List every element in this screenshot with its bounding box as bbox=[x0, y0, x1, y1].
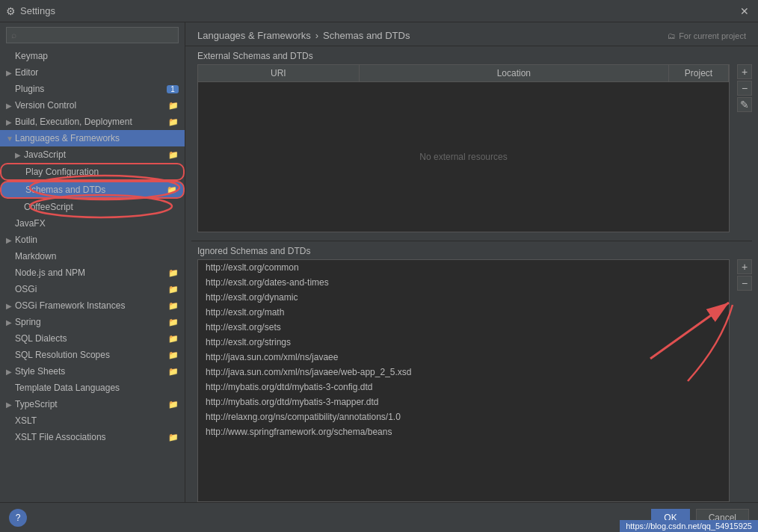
col-project: Project bbox=[669, 65, 729, 81]
lf-arrow: ▼ bbox=[6, 134, 15, 143]
ignored-list[interactable]: http://exslt.org/common http://exslt.org… bbox=[197, 259, 730, 502]
editor-arrow: ▶ bbox=[6, 69, 15, 77]
sidebar-item-keymap[interactable]: Keymap bbox=[0, 48, 185, 64]
ignored-item-11[interactable]: http://www.springframework.org/schema/be… bbox=[198, 424, 729, 439]
project-icon: 🗂 bbox=[668, 31, 676, 40]
sidebar-item-osgi[interactable]: OSGi 📁 bbox=[0, 281, 185, 297]
sidebar-item-label: Style Sheets bbox=[15, 366, 165, 377]
col-uri: URI bbox=[198, 65, 360, 81]
close-button[interactable]: ✕ bbox=[737, 4, 752, 19]
col-location: Location bbox=[360, 65, 669, 81]
folder-icon: 📁 bbox=[168, 101, 179, 111]
osgi-arrow: ▶ bbox=[6, 302, 15, 310]
sidebar-item-label: SQL Resolution Scopes bbox=[15, 350, 165, 360]
bottom-bar: ? OK Cancel https://blog.csdn.net/qq_549… bbox=[0, 502, 758, 532]
folder-icon: 📁 bbox=[168, 117, 179, 127]
external-schemas-label: External Schemas and DTDs bbox=[185, 46, 758, 64]
sidebar-item-editor[interactable]: ▶ Editor bbox=[0, 64, 185, 81]
search-input[interactable] bbox=[6, 27, 179, 43]
sidebar-item-plugins[interactable]: Plugins 1 bbox=[0, 81, 185, 97]
folder-icon: 📁 bbox=[168, 301, 179, 311]
status-url: https://blog.csdn.net/qq_54915925 bbox=[620, 520, 758, 532]
add-ignored-button[interactable]: + bbox=[737, 259, 752, 274]
ignored-item-2[interactable]: http://exslt.org/dynamic bbox=[198, 290, 729, 305]
sidebar-item-kotlin[interactable]: ▶ Kotlin bbox=[0, 232, 185, 248]
sidebar-item-label: OSGi bbox=[15, 284, 165, 294]
ignored-schemas-label: Ignored Schemas and DTDs bbox=[185, 241, 758, 259]
ignored-toolbar: + − bbox=[736, 259, 752, 502]
sidebar-item-style-sheets[interactable]: ▶ Style Sheets 📁 bbox=[0, 363, 185, 380]
sidebar-item-label: Build, Execution, Deployment bbox=[15, 117, 165, 127]
edit-external-button[interactable]: ✎ bbox=[737, 97, 752, 112]
js-arrow: ▶ bbox=[15, 151, 24, 159]
sidebar-item-build-exec[interactable]: ▶ Build, Execution, Deployment 📁 bbox=[0, 114, 185, 130]
table-header: URI Location Project bbox=[198, 65, 729, 82]
sidebar-item-osgi-framework[interactable]: ▶ OSGi Framework Instances 📁 bbox=[0, 297, 185, 314]
ignored-item-0[interactable]: http://exslt.org/common bbox=[198, 260, 729, 275]
sidebar-item-nodejs[interactable]: Node.js and NPM 📁 bbox=[0, 265, 185, 281]
sidebar-item-javafx[interactable]: JavaFX bbox=[0, 215, 185, 232]
sidebar-item-label: Version Control bbox=[15, 100, 165, 111]
folder-icon: 📁 bbox=[167, 185, 177, 195]
sidebar-item-languages-frameworks[interactable]: ▼ Languages & Frameworks bbox=[0, 130, 185, 146]
sidebar-item-coffeescript[interactable]: CoffeeScript bbox=[0, 199, 185, 215]
ignored-item-6[interactable]: http://java.sun.com/xml/ns/javaee bbox=[198, 350, 729, 365]
ignored-item-8[interactable]: http://mybatis.org/dtd/mybatis-3-config.… bbox=[198, 380, 729, 395]
ignored-item-10[interactable]: http://relaxng.org/ns/compatibility/anno… bbox=[198, 409, 729, 424]
sidebar-item-label: Markdown bbox=[15, 251, 179, 262]
sidebar-item-xslt-file-assoc[interactable]: XSLT File Associations 📁 bbox=[0, 429, 185, 445]
sidebar: Keymap ▶ Editor Plugins 1 ▶ Version Cont… bbox=[0, 22, 185, 502]
sidebar-item-label: XSLT bbox=[15, 415, 179, 426]
sidebar-item-template-data[interactable]: Template Data Languages bbox=[0, 380, 185, 396]
sidebar-item-label: JavaFX bbox=[15, 218, 179, 229]
help-button[interactable]: ? bbox=[9, 509, 27, 527]
search-box bbox=[0, 22, 185, 48]
ignored-item-4[interactable]: http://exslt.org/sets bbox=[198, 320, 729, 335]
folder-icon: 📁 bbox=[168, 334, 179, 344]
sidebar-item-play-configuration[interactable]: Play Configuration bbox=[0, 163, 185, 181]
ignored-item-1[interactable]: http://exslt.org/dates-and-times bbox=[198, 275, 729, 290]
sidebar-item-sql-resolution[interactable]: SQL Resolution Scopes 📁 bbox=[0, 347, 185, 363]
ignored-item-5[interactable]: http://exslt.org/strings bbox=[198, 335, 729, 350]
sidebar-item-label: Editor bbox=[15, 67, 179, 78]
sidebar-item-xslt[interactable]: XSLT bbox=[0, 412, 185, 429]
ignored-item-9[interactable]: http://mybatis.org/dtd/mybatis-3-mapper.… bbox=[198, 395, 729, 409]
window-title: Settings bbox=[20, 5, 733, 16]
external-schemas-table: URI Location Project No external resourc… bbox=[191, 64, 736, 232]
sidebar-item-label: Play Configuration bbox=[25, 167, 177, 177]
folder-icon: 📁 bbox=[168, 318, 179, 327]
settings-icon: ⚙ bbox=[6, 5, 16, 17]
folder-icon: 📁 bbox=[168, 150, 179, 160]
main-layout: Keymap ▶ Editor Plugins 1 ▶ Version Cont… bbox=[0, 22, 758, 502]
sidebar-item-label: CoffeeScript bbox=[24, 202, 179, 212]
sidebar-item-label: SQL Dialects bbox=[15, 333, 165, 344]
sidebar-item-sql-dialects[interactable]: SQL Dialects 📁 bbox=[0, 330, 185, 347]
remove-ignored-button[interactable]: − bbox=[737, 276, 752, 291]
folder-icon: 📁 bbox=[168, 400, 179, 409]
kotlin-arrow: ▶ bbox=[6, 236, 15, 244]
sidebar-item-spring[interactable]: ▶ Spring 📁 bbox=[0, 314, 185, 330]
sidebar-item-javascript[interactable]: ▶ JavaScript 📁 bbox=[0, 146, 185, 163]
sidebar-item-label: JavaScript bbox=[24, 149, 165, 160]
folder-icon: 📁 bbox=[168, 350, 179, 360]
sidebar-item-markdown[interactable]: Markdown bbox=[0, 248, 185, 265]
sidebar-item-label: TypeScript bbox=[15, 399, 165, 409]
sidebar-item-label: Plugins bbox=[15, 84, 167, 94]
ignored-item-3[interactable]: http://exslt.org/math bbox=[198, 305, 729, 320]
ignored-item-7[interactable]: http://java.sun.com/xml/ns/javaee/web-ap… bbox=[198, 365, 729, 380]
for-project-label: For current project bbox=[679, 31, 746, 40]
sidebar-item-schemas-dtds[interactable]: Schemas and DTDs 📁 bbox=[0, 181, 185, 199]
content-panel: Languages & Frameworks › Schemas and DTD… bbox=[185, 22, 758, 502]
add-external-button[interactable]: + bbox=[737, 64, 752, 79]
sidebar-item-label: Node.js and NPM bbox=[15, 267, 165, 278]
sidebar-item-typescript[interactable]: ▶ TypeScript 📁 bbox=[0, 396, 185, 412]
sidebar-item-label: Keymap bbox=[15, 51, 179, 61]
table-empty: No external resources bbox=[198, 82, 729, 232]
sidebar-item-label: Spring bbox=[15, 317, 165, 327]
folder-icon: 📁 bbox=[168, 285, 179, 294]
folder-icon: 📁 bbox=[168, 433, 179, 442]
for-project: 🗂 For current project bbox=[668, 31, 746, 40]
breadcrumb-current: Schemas and DTDs bbox=[323, 30, 410, 41]
sidebar-item-version-control[interactable]: ▶ Version Control 📁 bbox=[0, 97, 185, 114]
remove-external-button[interactable]: − bbox=[737, 81, 752, 96]
